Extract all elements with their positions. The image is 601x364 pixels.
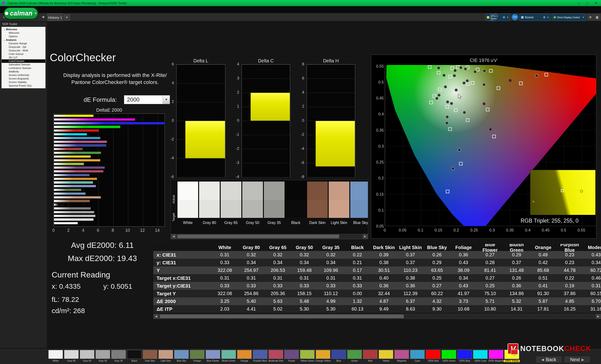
axis-tick-label: -2 — [230, 146, 239, 151]
sidebar-item-color-gamut[interactable]: Color Gamut — [2, 52, 45, 56]
cie-measured-marker — [482, 102, 485, 105]
gridline — [242, 78, 290, 79]
patch-button-light-skin[interactable] — [159, 350, 173, 359]
patch-button-blue-sky[interactable] — [174, 350, 189, 359]
close-button[interactable]: ✕ — [592, 0, 600, 6]
table-cell: 0.22 — [556, 275, 583, 281]
patch-button-magenta[interactable] — [394, 350, 409, 359]
patch-button-red[interactable] — [363, 350, 378, 359]
new-tab-button[interactable]: + — [64, 14, 70, 20]
calman-logo-icon — [5, 12, 8, 15]
table-cell: 5.71 — [477, 298, 503, 304]
patch-button-moderate-red[interactable] — [269, 350, 283, 359]
minimize-button[interactable]: – — [575, 0, 583, 6]
patch-button-bluish-green[interactable] — [221, 350, 236, 359]
sidebar-item-grayscale-multi[interactable]: Grayscale - Multi — [2, 49, 45, 52]
strip-scroll-thumb[interactable] — [177, 235, 339, 238]
patch-button-gray-80[interactable] — [64, 350, 79, 359]
deltae-bar-100-yellow — [54, 115, 94, 117]
maximize-button[interactable]: □ — [583, 0, 592, 6]
table-cell: 0.33 — [344, 283, 371, 288]
next-button[interactable]: Next ▶ — [564, 356, 590, 363]
patch-button-100-magenta[interactable] — [489, 350, 503, 359]
table-cell: 158.15 — [291, 291, 318, 296]
patch-button-white[interactable] — [48, 350, 63, 359]
strip-swatch-blue-sky — [350, 181, 368, 218]
meter-widget[interactable]: X-Rite i1Pro 2 Direct View ⚙ ▼ — [485, 14, 510, 21]
strip-swatch-target — [178, 200, 198, 218]
strip-swatch-gray-35 — [264, 181, 285, 218]
layout-button[interactable]: ▦ — [594, 14, 600, 20]
de-formula-select[interactable]: 2000 ▼ — [124, 95, 170, 104]
scroll-left-icon[interactable]: ◀ — [171, 234, 176, 239]
sidebar-section-welcome[interactable]: ⌄Welcome — [2, 28, 45, 31]
patch-button-gray-65[interactable] — [80, 350, 94, 359]
patch-button-100-blue[interactable] — [457, 350, 472, 359]
sidebar-item-colorchecker[interactable]: ColorChecker — [2, 59, 45, 63]
patch-button-gray-50[interactable] — [96, 350, 110, 359]
patch-button-green[interactable] — [347, 350, 362, 359]
table-cell: 85.68 — [530, 268, 556, 273]
table-column-header-blue-flower: Blue Flower — [477, 244, 503, 253]
patch-button-yellow-green[interactable] — [300, 350, 315, 359]
gridline — [128, 114, 128, 226]
table-cell: 112.39 — [397, 291, 424, 296]
patch-button-100-cyan[interactable] — [473, 350, 488, 359]
patch-button-purple[interactable] — [284, 350, 299, 359]
sidebar-item-3d-lut[interactable]: 3D LUT — [2, 56, 45, 59]
table-cell: 17.81 — [530, 306, 556, 312]
patch-button-yellow[interactable] — [379, 350, 393, 359]
scroll-right-icon[interactable]: ▶ — [596, 314, 601, 319]
table-cell: 0.28 — [477, 260, 503, 265]
table-cell: 9.49 — [371, 306, 397, 312]
source-widget[interactable]: Source ⚙ ▼ — [520, 14, 550, 21]
sidebar-item-luminance-sweeps[interactable]: Luminance Sweeps — [2, 66, 45, 70]
sidebar-item-saturation-sweeps[interactable]: Saturation Sweeps — [2, 63, 45, 66]
patch-button-orange[interactable] — [237, 350, 252, 359]
patch-button-foliage[interactable] — [190, 350, 204, 359]
patch-button-orange-yellow[interactable] — [316, 350, 330, 359]
patch-button-purplish-blue[interactable] — [253, 350, 267, 359]
scroll-right-icon[interactable]: ▶ — [362, 234, 368, 239]
settings-button[interactable]: ⚙ — [587, 14, 593, 20]
scroll-left-icon[interactable]: ◀ — [153, 314, 159, 319]
patch-label-light-skin: Light Skin — [158, 360, 174, 362]
sidebar-item-welcome[interactable]: Welcome — [2, 31, 45, 35]
axis-tick-label: 0.05 — [396, 228, 410, 233]
strip-swatch-gray-65 — [220, 181, 241, 218]
gridline — [177, 102, 225, 102]
patch-button-100-red[interactable] — [426, 350, 441, 359]
collapse-sidebar-icon[interactable]: ◀ — [42, 15, 44, 19]
patch-button-cyan[interactable] — [410, 350, 425, 359]
strip-scrollbar[interactable]: ◀ ▶ — [171, 234, 368, 239]
patch-button-blue-flower[interactable] — [206, 350, 220, 359]
sidebar-item-grayscale-2pt[interactable]: Grayscale - 2pt — [2, 45, 45, 49]
deltae-bar-bluish-green — [54, 181, 93, 184]
patch-button-100-green[interactable] — [441, 350, 456, 359]
back-button[interactable]: ◀ Back — [536, 356, 562, 363]
axis-tick-label: 0 — [50, 228, 57, 233]
patch-button-dark-skin[interactable] — [143, 350, 157, 359]
table-scroll-thumb[interactable] — [160, 315, 404, 318]
table-scrollbar[interactable]: ◀ ▶ — [153, 314, 601, 319]
sidebar-item-options[interactable]: Options — [2, 35, 45, 38]
table-cell: 0.29 — [424, 260, 450, 265]
patch-button-gray-35[interactable] — [111, 350, 126, 359]
table-row-target-y: Target Y322.08254.86205.36158.15110.120.… — [153, 290, 601, 297]
patch-button-black[interactable] — [127, 350, 141, 359]
table-cell: 0.23 — [556, 260, 583, 265]
table-cell: 0.34 — [265, 260, 291, 265]
table-cell: 5.32 — [503, 298, 530, 304]
tab-history-1[interactable]: History 1 — [47, 13, 63, 21]
table-column-header-gray-50: Gray 50 — [291, 245, 318, 250]
strip-swatch-gray-80 — [199, 181, 220, 218]
axis-tick-label: 0 — [295, 118, 304, 123]
sidebar-item-dynamic-range[interactable]: Dynamic Range — [2, 42, 45, 45]
reading-fl: fL: 78.22 — [52, 296, 79, 304]
sidebar-section-analysis[interactable]: ⌄Analysis — [2, 38, 45, 42]
patch-button-blue[interactable] — [331, 350, 346, 359]
axis-tick-label: 10 — [124, 228, 131, 233]
axis-tick-label: -1 — [230, 132, 239, 137]
display-control-widget[interactable]: Direct Display Control ▼ — [552, 14, 585, 21]
calman-logo[interactable]: calman ▼ — [3, 7, 39, 20]
